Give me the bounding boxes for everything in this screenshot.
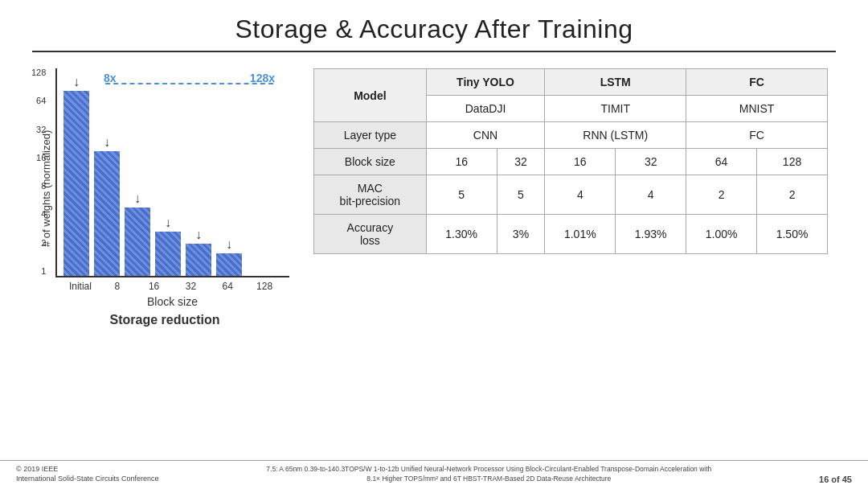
y-tick-1: 1 bbox=[31, 267, 46, 276]
bar-arrow-initial: ↓ bbox=[73, 75, 80, 89]
td-acc-1-01: 1.01% bbox=[545, 215, 616, 254]
bar-arrow-8: ↓ bbox=[104, 135, 110, 150]
td-dataset-mnist: MNIST bbox=[686, 96, 828, 122]
slide-container: Storage & Accuracy After Training # of w… bbox=[0, 0, 868, 489]
x-label-initial: Initial bbox=[68, 281, 93, 292]
x-axis-labels: Initial 8 16 32 64 128 bbox=[55, 277, 289, 292]
y-tick-16: 16 bbox=[31, 154, 46, 162]
x-label-16: 16 bbox=[141, 281, 167, 292]
x-label-64: 64 bbox=[215, 281, 240, 292]
slide-title: Storage & Accuracy After Training bbox=[80, 14, 788, 44]
td-rnn-lstm: RNN (LSTM) bbox=[545, 122, 686, 149]
footer-area: © 2019 IEEE International Solid-State Ci… bbox=[0, 460, 868, 489]
td-mac-4-2: 4 bbox=[616, 175, 686, 215]
footer-left: © 2019 IEEE International Solid-State Ci… bbox=[16, 464, 159, 484]
td-bs-16-yolo: 16 bbox=[426, 149, 497, 175]
table-row-accuracy: Accuracyloss 1.30% 3% 1.01% 1.93% 1.00% … bbox=[314, 215, 828, 254]
td-acc-1-50: 1.50% bbox=[757, 215, 828, 254]
td-acc-3: 3% bbox=[497, 215, 545, 254]
table-row-block-size: Block size 16 32 16 32 64 128 bbox=[314, 149, 828, 175]
chart-wrapper: # of weights (normalized) 128 64 32 16 8… bbox=[40, 68, 289, 308]
td-dataset-timit: TIMIT bbox=[545, 96, 686, 122]
bar-initial: ↓ bbox=[63, 91, 89, 276]
td-acc-1-00: 1.00% bbox=[686, 215, 757, 254]
td-acc-1-30: 1.30% bbox=[426, 215, 497, 254]
td-bs-64-fc: 64 bbox=[686, 149, 757, 175]
footer-center-line1: 7.5: A 65nm 0.39-to-140.3TOPS/W 1-to-12b… bbox=[266, 465, 711, 475]
td-mac-header: MACbit-precision bbox=[314, 175, 427, 215]
y-tick-64: 64 bbox=[31, 97, 46, 105]
y-tick-128: 128 bbox=[31, 68, 46, 77]
td-bs-128-fc: 128 bbox=[757, 149, 828, 175]
footer-center-line2: 8.1× Higher TOPS/mm² and 6T HBST-TRAM-Ba… bbox=[266, 475, 711, 484]
bar-16: ↓ bbox=[125, 208, 150, 276]
td-dataset-datadji: DataDJI bbox=[426, 96, 545, 122]
y-tick-4: 4 bbox=[31, 210, 46, 219]
footer-center: 7.5: A 65nm 0.39-to-140.3TOPS/W 1-to-12b… bbox=[266, 465, 711, 484]
footer-left-line1: © 2019 IEEE bbox=[16, 464, 159, 475]
x-label-8: 8 bbox=[104, 281, 130, 292]
th-lstm: LSTM bbox=[545, 69, 686, 96]
x-axis-title: Block size bbox=[55, 295, 289, 308]
td-mac-5-2: 5 bbox=[497, 175, 545, 215]
y-ticks: 128 64 32 16 8 4 2 1 bbox=[31, 68, 46, 276]
chart-subtitle: Storage reduction bbox=[110, 313, 220, 327]
y-tick-32: 32 bbox=[31, 125, 46, 134]
th-tiny-yolo: Tiny YOLO bbox=[426, 69, 545, 96]
td-mac-2-1: 2 bbox=[686, 175, 757, 215]
footer-right: 16 of 45 bbox=[819, 475, 852, 484]
bar-32: ↓ bbox=[155, 232, 181, 276]
bar-arrow-32: ↓ bbox=[165, 216, 171, 230]
y-tick-8: 8 bbox=[31, 182, 46, 191]
th-model: Model bbox=[314, 69, 427, 122]
td-bs-16-lstm: 16 bbox=[545, 149, 616, 175]
td-mac-5-1: 5 bbox=[426, 175, 497, 215]
td-mac-2-2: 2 bbox=[757, 175, 828, 215]
td-bs-32-yolo: 32 bbox=[497, 149, 545, 175]
title-area: Storage & Accuracy After Training bbox=[32, 0, 836, 52]
th-fc: FC bbox=[686, 69, 828, 96]
table-section: Model Tiny YOLO LSTM FC DataDJI TIMIT MN… bbox=[313, 68, 828, 254]
td-cnn: CNN bbox=[426, 122, 545, 149]
bar-8: ↓ bbox=[94, 151, 120, 276]
chart-graph-area: 128 64 32 16 8 4 2 1 8x 128x bbox=[55, 68, 289, 277]
content-area: # of weights (normalized) 128 64 32 16 8… bbox=[0, 52, 868, 460]
chart-section: # of weights (normalized) 128 64 32 16 8… bbox=[40, 68, 289, 327]
footer-left-line2: International Solid-State Circuits Confe… bbox=[16, 474, 159, 484]
bar-64: ↓ bbox=[186, 244, 211, 276]
td-acc-1-93: 1.93% bbox=[616, 215, 686, 254]
chart-inner: 128 64 32 16 8 4 2 1 8x 128x bbox=[55, 68, 289, 308]
dashed-annotation-line bbox=[105, 83, 273, 84]
table-header-row-1: Model Tiny YOLO LSTM FC bbox=[314, 69, 828, 96]
td-layer-type-header: Layer type bbox=[314, 122, 427, 149]
x-label-32: 32 bbox=[178, 281, 203, 292]
bar-128: ↓ bbox=[216, 253, 242, 276]
table-row-mac: MACbit-precision 5 5 4 4 2 2 bbox=[314, 175, 828, 215]
x-label-128: 128 bbox=[252, 281, 277, 292]
td-fc-layer: FC bbox=[686, 122, 828, 149]
data-table: Model Tiny YOLO LSTM FC DataDJI TIMIT MN… bbox=[313, 68, 828, 254]
td-block-size-header: Block size bbox=[314, 149, 427, 175]
td-accuracy-header: Accuracyloss bbox=[314, 215, 427, 254]
td-mac-4-1: 4 bbox=[545, 175, 616, 215]
td-bs-32-lstm: 32 bbox=[616, 149, 686, 175]
table-row-layer-type: Layer type CNN RNN (LSTM) FC bbox=[314, 122, 828, 149]
bar-arrow-64: ↓ bbox=[195, 228, 202, 242]
bar-arrow-128: ↓ bbox=[226, 237, 232, 252]
bar-arrow-16: ↓ bbox=[134, 191, 141, 206]
y-tick-2: 2 bbox=[31, 239, 46, 248]
